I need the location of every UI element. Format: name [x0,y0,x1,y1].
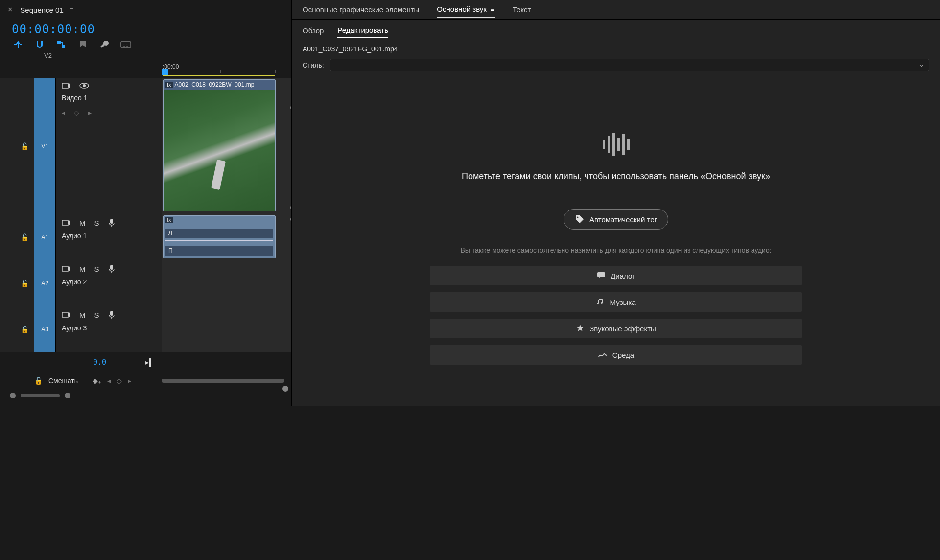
captions-icon[interactable]: CC [120,39,131,50]
playhead[interactable] [162,69,168,75]
audio-type-sfx-button[interactable]: Звуковые эффекты [430,319,802,338]
tag-icon [575,214,585,224]
next-keyframe-icon[interactable]: ▸ [88,109,92,117]
voice-over-icon[interactable] [108,264,115,273]
horizontal-scrollbar[interactable] [0,392,291,399]
track-tag-a1[interactable]: A1 [34,214,56,260]
manual-tag-hint: Вы также можете самостоятельно назначить… [460,246,771,254]
track-row-v1: 🔓 V1 Видео 1 ◂ ◇ ▸ [0,78,291,214]
close-sequence-button[interactable]: × [4,3,16,16]
keyframe-diamond-icon[interactable]: ◇ [117,377,122,385]
subtab-edit[interactable]: Редактировать [337,23,388,38]
lock-icon[interactable]: 🔓 [21,142,29,150]
solo-button[interactable]: S [94,219,99,227]
prev-keyframe-icon[interactable]: ◂ [62,109,65,117]
lock-icon[interactable]: 🔓 [21,326,29,333]
solo-button[interactable]: S [94,265,99,273]
selection-range[interactable] [163,75,275,76]
snap-icon[interactable] [34,39,45,50]
svg-rect-2 [57,41,61,44]
style-dropdown[interactable] [330,59,929,71]
sequence-menu-icon[interactable]: ≡ [70,6,73,14]
solo-button[interactable]: S [94,311,99,319]
music-label: Музыка [610,298,635,306]
svg-rect-11 [62,266,68,271]
add-keyframe-icon[interactable]: ◆₊ [93,377,101,385]
source-patching-icon[interactable] [62,265,70,272]
svg-text:CC: CC [123,43,129,47]
mix-value[interactable]: 0.0 [93,358,106,367]
tracks-area: 🔓 V1 Видео 1 ◂ ◇ ▸ [0,78,291,406]
eye-icon[interactable] [79,82,89,89]
edge-handle[interactable] [290,205,291,210]
audio-type-music-button[interactable]: Музыка [430,292,802,312]
v2-track-label: V2 [44,52,291,59]
timecode-display[interactable]: 00:00:00:00 [12,23,95,36]
music-icon [596,298,605,306]
track-content-a1[interactable]: fx Л П [162,214,291,260]
insert-mode-icon[interactable] [13,39,24,50]
svg-rect-16 [597,272,605,277]
edge-handle[interactable] [290,105,291,111]
edge-handle[interactable] [290,216,291,222]
goto-end-icon[interactable]: ▸▌ [145,358,154,366]
wrench-icon[interactable] [99,39,110,50]
clip-thumbnail [164,90,275,211]
track-row-a3: 🔓 A3 M S Аудио 3 [0,306,291,352]
panel-menu-icon[interactable]: ≡ [491,5,495,13]
timeline-tool-row: CC [0,37,291,53]
audio-type-ambience-button[interactable]: Среда [430,345,802,365]
svg-rect-10 [110,219,113,224]
track-content-a3[interactable] [162,306,291,352]
next-keyframe-icon[interactable]: ▸ [128,377,131,385]
tab-text[interactable]: Текст [513,1,531,18]
mute-button[interactable]: M [79,219,86,227]
marker-icon[interactable] [77,39,88,50]
tab-essential-sound[interactable]: Основной звук ≡ [437,1,494,18]
auto-tag-label: Автоматический тег [589,215,657,224]
auto-tag-button[interactable]: Автоматический тег [564,209,668,230]
track-content-v1[interactable]: fx A002_C018_0922BW_001.mp [162,78,291,214]
source-patching-icon[interactable] [62,311,70,318]
track-content-a2[interactable] [162,260,291,306]
edge-handle[interactable] [282,386,288,392]
fx-badge[interactable]: fx [165,217,173,223]
lock-icon[interactable]: 🔓 [21,233,29,241]
track-tag-v1[interactable]: V1 [34,78,56,214]
panel-tabs: Основные графические элементы Основной з… [292,0,940,20]
tab-graphics[interactable]: Основные графические элементы [303,1,419,18]
mute-button[interactable]: M [79,265,86,273]
voice-over-icon[interactable] [108,310,115,319]
mix-label: Смешать [48,377,78,385]
track-name-a1: Аудио 1 [62,232,156,240]
zoom-scrollbar[interactable] [162,379,284,383]
waveform-icon [603,132,630,157]
source-patching-icon[interactable] [62,82,70,89]
source-patching-icon[interactable] [62,219,70,226]
style-label: Стиль: [303,61,324,69]
sfx-icon [576,324,585,333]
lock-icon[interactable]: 🔓 [21,280,29,287]
audio-type-dialog-button[interactable]: Диалог [430,266,802,285]
timeline-panel: × Sequence 01 ≡ 00:00:00:00 CC V2 :00:00 [0,0,292,406]
audio-clip[interactable]: fx Л П [163,215,276,258]
svg-rect-6 [62,83,68,88]
prev-keyframe-icon[interactable]: ◂ [107,377,111,385]
linked-selection-icon[interactable] [56,39,67,50]
mute-button[interactable]: M [79,311,86,319]
track-name-a2: Аудио 2 [62,278,156,286]
dialog-icon [597,272,606,280]
tag-prompt-text: Пометьте тегами свои клипы, чтобы исполь… [462,171,770,182]
add-keyframe-icon[interactable]: ◇ [74,109,79,117]
voice-over-icon[interactable] [108,218,115,227]
time-ruler[interactable]: :00:00 [162,63,291,78]
track-tag-a3[interactable]: A3 [34,306,56,352]
fx-badge[interactable]: fx [165,82,173,88]
lock-icon[interactable]: 🔓 [34,377,43,385]
video-clip[interactable]: fx A002_C018_0922BW_001.mp [163,79,276,211]
subtab-overview[interactable]: Обзор [303,23,324,38]
sequence-title: Sequence 01 [20,6,63,14]
audio-lane-right: П [165,246,273,256]
audio-lane-left: Л [165,229,273,238]
track-tag-a2[interactable]: A2 [34,260,56,306]
